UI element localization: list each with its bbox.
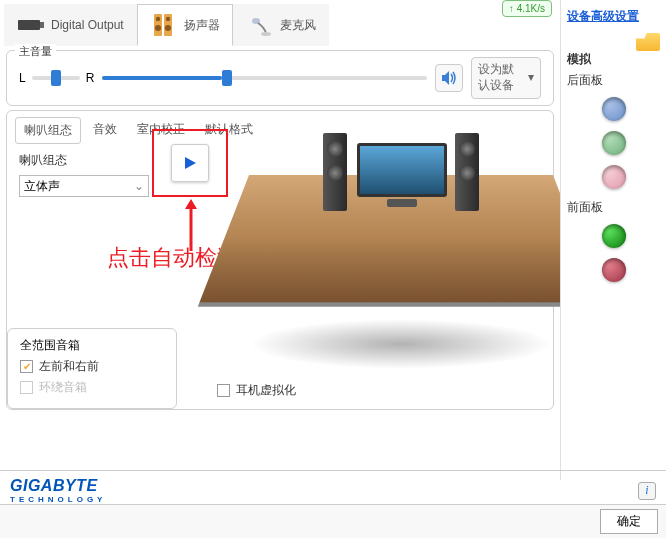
volume-thumb[interactable] bbox=[222, 70, 232, 86]
checkbox-surround bbox=[20, 381, 33, 394]
set-default-device-button[interactable]: 设为默认设备 ▾ bbox=[471, 57, 541, 98]
svg-point-6 bbox=[166, 17, 170, 21]
volume-slider[interactable] bbox=[102, 76, 427, 80]
svg-point-4 bbox=[155, 25, 161, 31]
left-speaker-illustration[interactable] bbox=[323, 133, 347, 211]
folder-icon[interactable] bbox=[636, 33, 660, 51]
connector-panel: 设备高级设置 模拟 后面板 前面板 bbox=[560, 0, 666, 480]
dialog-buttons: 确定 bbox=[0, 504, 666, 538]
tab-label: 扬声器 bbox=[184, 17, 220, 34]
sound-icon bbox=[440, 69, 458, 87]
microphone-icon bbox=[246, 11, 274, 39]
speaker-config-panel: 喇叭组态 音效 室内校正 默认格式 喇叭组态 立体声 ⌄ 点击自动检测 全范围音… bbox=[6, 110, 554, 410]
svg-marker-11 bbox=[185, 157, 196, 169]
right-speaker-illustration[interactable] bbox=[455, 133, 479, 211]
info-button[interactable]: i bbox=[638, 482, 656, 500]
network-speed-badge: ↑ 4.1K/s bbox=[502, 0, 552, 17]
tab-speakers[interactable]: 扬声器 bbox=[137, 4, 233, 46]
device-tabs: Digital Output 扬声器 麦克风 bbox=[0, 0, 560, 46]
auto-detect-highlight bbox=[152, 129, 228, 197]
speaker-device-icon bbox=[150, 11, 178, 39]
subtab-speaker-config[interactable]: 喇叭组态 bbox=[15, 117, 81, 144]
checkbox-headphone-virtual[interactable] bbox=[217, 384, 230, 397]
brand-logo: GIGABYTE TECHNOLOGY bbox=[10, 477, 106, 504]
full-range-title: 全范围音箱 bbox=[20, 337, 164, 354]
tab-label: Digital Output bbox=[51, 18, 124, 32]
full-range-speakers-group: 全范围音箱 ✔ 左前和右前 环绕音箱 bbox=[7, 328, 177, 409]
svg-marker-13 bbox=[185, 199, 197, 209]
chevron-down-icon: ⌄ bbox=[134, 179, 144, 193]
digital-output-icon bbox=[17, 11, 45, 39]
chevron-down-icon: ▾ bbox=[528, 70, 534, 86]
svg-point-7 bbox=[165, 25, 171, 31]
mute-button[interactable] bbox=[435, 64, 463, 92]
svg-point-9 bbox=[261, 32, 271, 36]
balance-control[interactable]: L R bbox=[19, 71, 94, 85]
jack-front-pink[interactable] bbox=[602, 258, 626, 282]
svg-marker-10 bbox=[442, 71, 449, 85]
speaker-config-select[interactable]: 立体声 ⌄ bbox=[19, 175, 149, 197]
monitor-illustration bbox=[357, 143, 447, 203]
jack-back-pink[interactable] bbox=[602, 165, 626, 189]
tab-microphone[interactable]: 麦克风 bbox=[233, 4, 329, 46]
balance-thumb[interactable] bbox=[51, 70, 61, 86]
default-device-label: 设为默认设备 bbox=[478, 62, 524, 93]
svg-rect-0 bbox=[18, 20, 40, 30]
room-illustration bbox=[249, 123, 553, 339]
checkbox-front-lr[interactable]: ✔ bbox=[20, 360, 33, 373]
volume-title: 主音量 bbox=[15, 44, 56, 59]
checkbox-front-lr-label: 左前和右前 bbox=[39, 358, 99, 375]
tab-digital-output[interactable]: Digital Output bbox=[4, 4, 137, 46]
test-play-button[interactable] bbox=[171, 144, 209, 182]
play-icon bbox=[182, 155, 198, 171]
advanced-settings-link[interactable]: 设备高级设置 bbox=[567, 9, 639, 23]
headphone-virtual-label: 耳机虚拟化 bbox=[236, 382, 296, 399]
back-panel-label: 后面板 bbox=[567, 72, 660, 89]
balance-right-label: R bbox=[86, 71, 95, 85]
checkbox-surround-label: 环绕音箱 bbox=[39, 379, 87, 396]
balance-left-label: L bbox=[19, 71, 26, 85]
master-volume-panel: 主音量 L R 设为默认设备 ▾ bbox=[6, 50, 554, 106]
front-panel-label: 前面板 bbox=[567, 199, 660, 216]
jack-back-blue[interactable] bbox=[602, 97, 626, 121]
ok-button[interactable]: 确定 bbox=[600, 509, 658, 534]
select-value: 立体声 bbox=[24, 178, 60, 195]
svg-point-3 bbox=[156, 17, 160, 21]
tab-label: 麦克风 bbox=[280, 17, 316, 34]
jack-back-green[interactable] bbox=[602, 131, 626, 155]
jack-front-green[interactable] bbox=[602, 224, 626, 248]
svg-rect-1 bbox=[40, 22, 44, 28]
simulate-title: 模拟 bbox=[567, 51, 660, 68]
subtab-sound-effects[interactable]: 音效 bbox=[85, 117, 125, 144]
